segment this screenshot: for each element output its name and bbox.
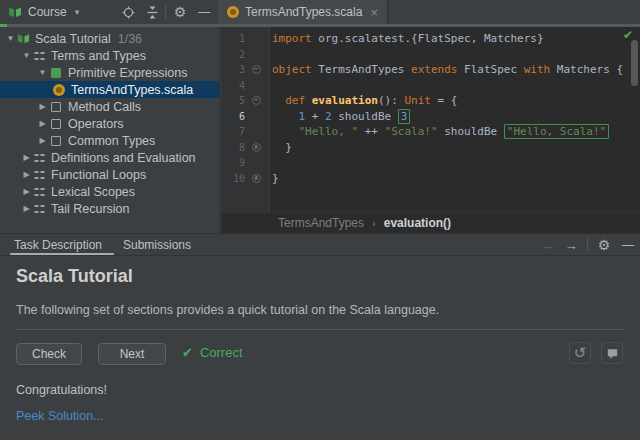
code-line[interactable]: 5− def evaluation(): Unit = { bbox=[221, 93, 640, 109]
code-line[interactable]: 8∧ } bbox=[221, 140, 640, 156]
peek-solution-link[interactable]: Peek Solution... bbox=[16, 409, 104, 423]
code-editor[interactable]: 1import org.scalatest.{FlatSpec, Matcher… bbox=[221, 27, 640, 212]
breadcrumb-current[interactable]: evaluation() bbox=[384, 216, 451, 230]
next-button[interactable]: Next bbox=[98, 343, 166, 365]
code-token: TermsAndTypes bbox=[312, 63, 411, 76]
code-token: + bbox=[305, 110, 325, 123]
reset-task-button[interactable]: ↺ bbox=[569, 342, 591, 364]
code-text: } bbox=[267, 172, 279, 185]
code-token: shouldBe bbox=[332, 110, 398, 123]
breadcrumb-parent[interactable]: TermsAndTypes bbox=[278, 216, 364, 230]
code-line[interactable]: 4 bbox=[221, 78, 640, 94]
tree-item[interactable]: ▶Definitions and Evaluation bbox=[0, 149, 219, 166]
answer-placeholder[interactable]: "Hello, Scala!" bbox=[504, 124, 609, 139]
code-token bbox=[305, 94, 312, 107]
collapse-all-icon[interactable] bbox=[144, 4, 160, 20]
tab-submissions[interactable]: Submissions bbox=[123, 234, 191, 256]
tree-item[interactable]: ▼Primitive Expressions bbox=[0, 64, 219, 81]
editor-scrollbar[interactable] bbox=[631, 40, 638, 86]
collapse-arrow-icon[interactable]: ▶ bbox=[36, 119, 49, 128]
code-text: "Hello, " ++ "Scala!" shouldBe "Hello, S… bbox=[267, 125, 609, 138]
answer-placeholder[interactable]: 3 bbox=[398, 109, 411, 124]
locate-icon[interactable] bbox=[120, 4, 136, 20]
fold-open-icon[interactable]: − bbox=[252, 65, 261, 74]
code-line[interactable]: 10∧} bbox=[221, 171, 640, 187]
gear-icon[interactable]: ⚙ bbox=[596, 237, 612, 253]
code-token: def bbox=[285, 94, 305, 107]
tree-item[interactable]: ▶Lexical Scopes bbox=[0, 183, 219, 200]
code-line[interactable]: 2 bbox=[221, 47, 640, 63]
code-token: 2 bbox=[325, 110, 332, 123]
lesson-grid-icon bbox=[34, 203, 45, 214]
lesson-square-icon bbox=[51, 102, 61, 112]
code-token: extends bbox=[411, 63, 457, 76]
tree-item-label: TermsAndTypes.scala bbox=[71, 83, 193, 97]
tree-item[interactable]: ▼Scala Tutorial1/36 bbox=[0, 30, 219, 47]
comment-icon bbox=[606, 347, 619, 360]
tree-item[interactable]: ▶Operators bbox=[0, 115, 219, 132]
congratulations-text: Congratulations! bbox=[16, 383, 107, 397]
expand-arrow-icon[interactable]: ▼ bbox=[36, 68, 49, 77]
code-token: } bbox=[272, 172, 279, 185]
code-text: } bbox=[267, 141, 292, 154]
course-selector[interactable]: Course ▾ bbox=[8, 0, 79, 24]
divider bbox=[16, 329, 624, 330]
lesson-grid-icon bbox=[34, 169, 45, 180]
hide-panel-icon[interactable]: — bbox=[620, 237, 636, 253]
code-line[interactable]: 1import org.scalatest.{FlatSpec, Matcher… bbox=[221, 31, 640, 47]
tree-item-count: 1/36 bbox=[118, 32, 142, 46]
tree-item-label: Primitive Expressions bbox=[68, 66, 187, 80]
line-number[interactable]: 7 bbox=[221, 126, 245, 137]
gear-icon[interactable]: ⚙ bbox=[172, 4, 188, 20]
code-token bbox=[272, 94, 285, 107]
line-number[interactable]: 8 bbox=[221, 142, 245, 153]
close-icon[interactable]: × bbox=[370, 6, 378, 19]
hide-toolbar-icon[interactable]: — bbox=[196, 4, 212, 20]
check-button[interactable]: Check bbox=[16, 343, 82, 365]
tree-item-label: Common Types bbox=[68, 134, 155, 148]
fold-open-icon[interactable]: − bbox=[252, 96, 261, 105]
collapse-arrow-icon[interactable]: ▶ bbox=[36, 136, 49, 145]
code-line[interactable]: 3−object TermsAndTypes extends FlatSpec … bbox=[221, 62, 640, 78]
collapse-arrow-icon[interactable]: ▶ bbox=[20, 153, 33, 162]
code-token: ++ bbox=[358, 125, 385, 138]
forward-arrow-icon[interactable]: → bbox=[563, 237, 579, 253]
tree-item-label: Lexical Scopes bbox=[51, 185, 135, 199]
code-token: "Hello, " bbox=[299, 125, 359, 138]
expand-arrow-icon[interactable]: ▼ bbox=[20, 51, 33, 60]
collapse-arrow-icon[interactable]: ▶ bbox=[20, 204, 33, 213]
task-title: Scala Tutorial bbox=[16, 266, 133, 287]
tree-item[interactable]: ▶Common Types bbox=[0, 132, 219, 149]
toolbar-separator bbox=[165, 5, 166, 19]
line-number[interactable]: 3 bbox=[221, 64, 245, 75]
comment-button[interactable] bbox=[601, 342, 623, 364]
tree-item[interactable]: ▶Method Calls bbox=[0, 98, 219, 115]
tree-item-label: Terms and Types bbox=[51, 49, 146, 63]
line-number[interactable]: 6 bbox=[221, 111, 245, 122]
line-number[interactable]: 4 bbox=[221, 80, 245, 91]
scala-object-icon bbox=[53, 84, 65, 96]
editor-tab[interactable]: TermsAndTypes.scala × bbox=[218, 0, 388, 24]
expand-arrow-icon[interactable]: ▼ bbox=[4, 34, 17, 43]
collapse-arrow-icon[interactable]: ▶ bbox=[20, 187, 33, 196]
line-number[interactable]: 1 bbox=[221, 33, 245, 44]
code-line[interactable]: 7 "Hello, " ++ "Scala!" shouldBe "Hello,… bbox=[221, 124, 640, 140]
code-token: Unit bbox=[404, 94, 431, 107]
line-number[interactable]: 5 bbox=[221, 95, 245, 106]
tree-item[interactable]: ▶Functional Loops bbox=[0, 166, 219, 183]
fold-close-icon[interactable]: ∧ bbox=[252, 174, 261, 183]
tree-item[interactable]: ▶Tail Recursion bbox=[0, 200, 219, 217]
code-line[interactable]: 9 bbox=[221, 155, 640, 171]
fold-close-icon[interactable]: ∧ bbox=[252, 143, 261, 152]
back-arrow-icon[interactable]: ← bbox=[540, 237, 556, 253]
tree-item[interactable]: TermsAndTypes.scala bbox=[0, 81, 219, 98]
line-number[interactable]: 10 bbox=[221, 173, 245, 184]
line-number[interactable]: 2 bbox=[221, 49, 245, 60]
collapse-arrow-icon[interactable]: ▶ bbox=[20, 170, 33, 179]
tree-item[interactable]: ▼Terms and Types bbox=[0, 47, 219, 64]
task-description-panel: Scala Tutorial The following set of sect… bbox=[0, 256, 640, 440]
collapse-arrow-icon[interactable]: ▶ bbox=[36, 102, 49, 111]
code-line[interactable]: 6 1 + 2 shouldBe 3 bbox=[221, 109, 640, 125]
line-number[interactable]: 9 bbox=[221, 157, 245, 168]
tree-item-label: Tail Recursion bbox=[51, 202, 130, 216]
